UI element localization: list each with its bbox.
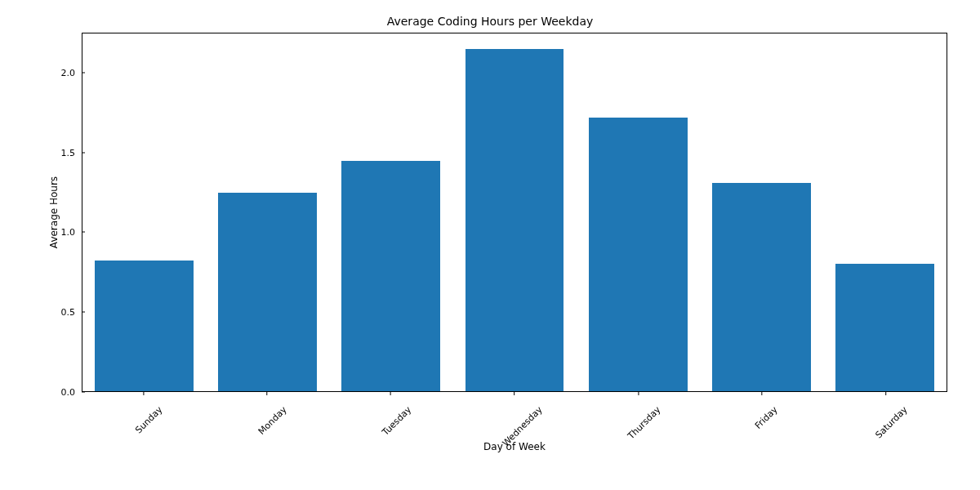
x-tick-mark xyxy=(514,392,515,395)
x-tick: Wednesday xyxy=(488,392,541,409)
bar xyxy=(712,183,811,391)
x-tick-label: Sunday xyxy=(133,404,164,435)
x-axis-label: Day of Week xyxy=(82,441,947,452)
x-tick: Sunday xyxy=(127,392,160,409)
bar-slot xyxy=(700,33,823,391)
x-tick-mark xyxy=(143,392,144,395)
bar xyxy=(218,193,317,391)
bar xyxy=(835,264,934,391)
x-tick-mark xyxy=(761,392,762,395)
y-tick-label: 0.5 xyxy=(61,307,82,318)
x-tick-label: Tuesday xyxy=(380,404,413,438)
y-tick-label: 0.0 xyxy=(61,387,82,398)
x-tick-mark xyxy=(885,392,886,395)
y-tick-label: 2.0 xyxy=(61,67,82,78)
plot-area xyxy=(82,33,947,392)
bar-slot xyxy=(82,33,206,391)
y-tick: 1.5 xyxy=(49,147,82,158)
chart-title: Average Coding Hours per Weekday xyxy=(0,15,980,28)
bar-slot xyxy=(206,33,329,391)
x-tick-label: Saturday xyxy=(874,404,910,440)
x-tick: Saturday xyxy=(865,392,906,409)
bar-slot xyxy=(823,33,947,391)
x-tick-label: Thursday xyxy=(626,404,663,441)
bar-slot xyxy=(577,33,700,391)
y-tick: 0.5 xyxy=(49,307,82,318)
x-tick: Friday xyxy=(748,392,775,409)
bars-group xyxy=(82,33,947,391)
y-tick: 2.0 xyxy=(49,67,82,78)
y-tick-label: 1.0 xyxy=(61,227,82,238)
y-tick: 0.0 xyxy=(49,387,82,398)
bar xyxy=(95,261,194,391)
x-axis: Day of Week SundayMondayTuesdayWednesday… xyxy=(82,392,947,457)
x-tick: Thursday xyxy=(617,392,659,409)
bar xyxy=(466,49,564,391)
x-tick: Tuesday xyxy=(372,392,409,409)
x-tick-mark xyxy=(267,392,268,395)
bar xyxy=(589,118,688,391)
y-tick-label: 1.5 xyxy=(61,147,82,158)
x-tick: Monday xyxy=(249,392,284,409)
x-tick-mark xyxy=(390,392,391,395)
x-tick-mark xyxy=(638,392,639,395)
y-axis: 0.00.51.01.52.0 xyxy=(49,33,82,392)
x-tick-label: Monday xyxy=(256,404,289,437)
bar-slot xyxy=(329,33,452,391)
bar-slot xyxy=(452,33,576,391)
x-tick-label: Friday xyxy=(753,404,780,431)
bar xyxy=(341,161,440,391)
y-tick: 1.0 xyxy=(49,227,82,238)
